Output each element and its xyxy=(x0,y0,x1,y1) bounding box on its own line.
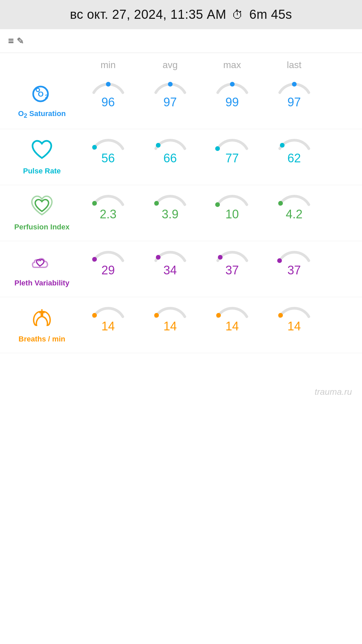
gauge-dot xyxy=(280,143,285,148)
metric-name-perfusion: Perfusion Index xyxy=(14,223,69,231)
header-datetime: вс окт. 27, 2024, 11:35 AM xyxy=(70,7,227,21)
gauge-container: 14 xyxy=(148,303,192,347)
gauge-value: 29 xyxy=(101,263,115,277)
header-bar: вс окт. 27, 2024, 11:35 AM ⏱ 6m 45s xyxy=(0,0,362,29)
metric-label-o2: O 2 O2 Saturation xyxy=(7,83,77,119)
gauge-dot xyxy=(154,313,159,318)
gauge-wrap: 14 xyxy=(77,303,139,347)
gauge-value: 4.2 xyxy=(286,207,302,221)
gauge-container: 10 xyxy=(210,191,254,235)
toolbar: ≡ ✎ xyxy=(0,29,362,53)
metric-row-pulse: Pulse Rate 56667762 xyxy=(0,129,362,185)
gauge-dot xyxy=(92,313,97,318)
gauge-dot xyxy=(278,313,283,318)
gauge-wrap: 62 xyxy=(263,135,325,179)
gauge-value: 34 xyxy=(163,263,177,277)
gauge-value: 97 xyxy=(163,95,177,109)
column-headers: min avg max last xyxy=(77,53,362,73)
gauge-dot xyxy=(218,255,223,260)
metric-row-perfusion: Perfusion Index 2.33.9104.2 xyxy=(0,185,362,241)
svg-text:2: 2 xyxy=(45,94,48,100)
gauge-container: 56 xyxy=(86,135,130,179)
metric-values-pleth: 29343737 xyxy=(77,247,362,291)
gauge-container: 77 xyxy=(210,135,254,179)
metric-label-breaths: Breaths / min xyxy=(7,307,77,343)
gauge-dot xyxy=(92,145,97,150)
gauge-wrap: 56 xyxy=(77,135,139,179)
metric-label-perfusion: Perfusion Index xyxy=(7,195,77,231)
gauge-container: 2.3 xyxy=(86,191,130,235)
gauge-value: 14 xyxy=(225,319,239,333)
gauge-container: 14 xyxy=(86,303,130,347)
gauge-container: 97 xyxy=(148,79,192,123)
gauge-value: 14 xyxy=(163,319,177,333)
gauge-value: 99 xyxy=(225,95,239,109)
metric-name-pleth: Pleth Variability xyxy=(14,279,69,287)
gauge-wrap: 4.2 xyxy=(263,191,325,235)
gauge-wrap: 14 xyxy=(201,303,263,347)
gauge-wrap: 3.9 xyxy=(139,191,201,235)
gauge-dot xyxy=(156,255,161,260)
gauge-value: 3.9 xyxy=(162,207,178,221)
col-min: min xyxy=(77,60,139,70)
gauge-container: 3.9 xyxy=(148,191,192,235)
metric-values-perfusion: 2.33.9104.2 xyxy=(77,191,362,235)
metric-row-pleth: Pleth Variability 29343737 xyxy=(0,241,362,297)
gauge-wrap: 97 xyxy=(263,79,325,123)
gauge-dot xyxy=(106,82,111,87)
gauge-wrap: 29 xyxy=(77,247,139,291)
o2-icon: O 2 xyxy=(30,83,54,107)
gauge-dot xyxy=(92,201,97,206)
gauge-container: 99 xyxy=(210,79,254,123)
metric-label-pleth: Pleth Variability xyxy=(7,251,77,287)
watermark: trauma.ru xyxy=(0,380,362,404)
gauge-dot xyxy=(216,313,221,318)
gauge-value: 62 xyxy=(287,151,301,165)
gauge-container: 14 xyxy=(273,303,316,347)
gauge-container: 14 xyxy=(210,303,254,347)
gauge-dot xyxy=(156,143,161,148)
clock-icon: ⏱ xyxy=(232,8,244,21)
gauge-container: 96 xyxy=(86,79,130,123)
gauge-container: 37 xyxy=(210,247,254,291)
gauge-value: 97 xyxy=(287,95,301,109)
metric-values-breaths: 14141414 xyxy=(77,303,362,347)
gauge-wrap: 14 xyxy=(139,303,201,347)
gauge-value: 37 xyxy=(225,263,239,277)
gauge-value: 2.3 xyxy=(100,207,116,221)
gauge-wrap: 34 xyxy=(139,247,201,291)
gauge-container: 62 xyxy=(273,135,316,179)
gauge-wrap: 96 xyxy=(77,79,139,123)
gauge-value: 77 xyxy=(225,151,239,165)
gauge-dot xyxy=(278,201,283,206)
gauge-wrap: 99 xyxy=(201,79,263,123)
metric-row-o2: O 2 O2 Saturation 96979997 xyxy=(0,73,362,129)
metric-values-pulse: 56667762 xyxy=(77,135,362,179)
gauge-value: 56 xyxy=(101,151,115,165)
gauge-wrap: 97 xyxy=(139,79,201,123)
gauge-dot xyxy=(168,82,173,87)
gauge-value: 66 xyxy=(163,151,177,165)
gauge-value: 14 xyxy=(101,319,115,333)
pencil-icon[interactable]: ✎ xyxy=(17,36,24,46)
col-avg: avg xyxy=(139,60,201,70)
gauge-container: 4.2 xyxy=(273,191,316,235)
gauge-container: 66 xyxy=(148,135,192,179)
gauge-value: 37 xyxy=(287,263,301,277)
gauge-wrap: 2.3 xyxy=(77,191,139,235)
edit-list-icon[interactable]: ≡ xyxy=(8,35,14,47)
heart-icon xyxy=(30,139,54,164)
gauge-value: 96 xyxy=(101,95,115,109)
metric-values-o2: 96979997 xyxy=(77,79,362,123)
gauge-value: 10 xyxy=(225,207,239,221)
header-duration: 6m 45s xyxy=(249,7,292,21)
gauge-container: 97 xyxy=(273,79,316,123)
gauge-container: 37 xyxy=(273,247,316,291)
metric-name-breaths: Breaths / min xyxy=(18,335,65,343)
col-max: max xyxy=(201,60,263,70)
gauge-container: 34 xyxy=(148,247,192,291)
clouds-heart-icon xyxy=(30,251,54,276)
metric-name-o2: O2 Saturation xyxy=(18,109,66,119)
metric-name-pulse: Pulse Rate xyxy=(23,167,61,175)
col-last: last xyxy=(263,60,325,70)
